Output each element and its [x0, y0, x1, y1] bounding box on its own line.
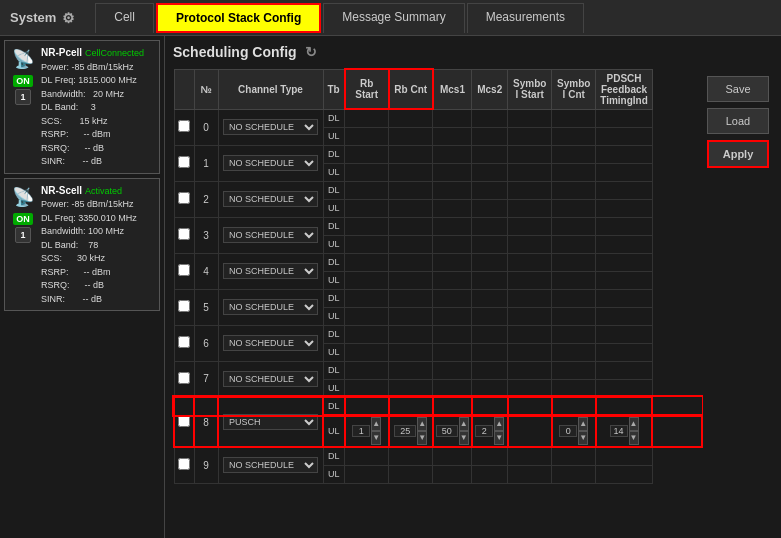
channel-type-9[interactable]: NO SCHEDULE PUSCH PDSCH: [218, 447, 323, 483]
row-num-7: 7: [194, 361, 218, 397]
sym-start-up-8[interactable]: ▲: [578, 417, 588, 431]
tab-cell[interactable]: Cell: [95, 3, 154, 33]
channel-type-select-1[interactable]: NO SCHEDULE PUSCH PDSCH: [223, 155, 318, 171]
mcs2-dl-7: [472, 361, 508, 379]
rb-start-ul-0: [345, 127, 389, 145]
row-checkbox-5[interactable]: [174, 289, 194, 325]
mcs1-val-ul-8[interactable]: ▲ ▼: [472, 415, 508, 447]
channel-type-select-8[interactable]: NO SCHEDULE PUSCH PDSCH: [223, 414, 318, 430]
rb-start-input-8[interactable]: [394, 425, 416, 437]
row-checkbox-6[interactable]: [174, 325, 194, 361]
rb-start-val-ul-8[interactable]: ▲ ▼: [389, 415, 433, 447]
channel-type-8[interactable]: NO SCHEDULE PUSCH PDSCH: [218, 397, 323, 447]
rb-cnt-up-8[interactable]: ▲: [459, 417, 469, 431]
channel-type-1[interactable]: NO SCHEDULE PUSCH PDSCH: [218, 145, 323, 181]
mcs1-down-8[interactable]: ▼: [494, 431, 504, 445]
content-area: Scheduling Config ↻ № Channel Type Tb Rb…: [165, 36, 781, 538]
tb-ul-input-8[interactable]: [352, 425, 370, 437]
rb-start-down-8[interactable]: ▼: [417, 431, 427, 445]
tb-ul-4: UL: [323, 271, 345, 289]
sym-start-dl-3: [508, 217, 552, 235]
tb-ul-3: UL: [323, 235, 345, 253]
sym-start-val-ul-8[interactable]: ▲ ▼: [552, 415, 596, 447]
row-checkbox-9[interactable]: [174, 447, 194, 483]
load-button[interactable]: Load: [707, 108, 769, 134]
sym-cnt-dl-5: [552, 289, 596, 307]
mcs1-input-8[interactable]: [475, 425, 493, 437]
channel-type-select-4[interactable]: NO SCHEDULE PUSCH PDSCH: [223, 263, 318, 279]
row-checkbox-2[interactable]: [174, 181, 194, 217]
row-checkbox-1[interactable]: [174, 145, 194, 181]
mcs2-dl-4: [472, 253, 508, 271]
scell-rsrp: RSRP: -- dBm: [41, 266, 155, 280]
channel-type-0[interactable]: NO SCHEDULE PUSCH PDSCH: [218, 109, 323, 145]
pdsch-ul-9: [596, 465, 653, 483]
rb-start-dl-4: [345, 253, 389, 271]
num-badge-scell: 1: [15, 227, 31, 243]
rb-cnt-val-ul-8[interactable]: ▲ ▼: [433, 415, 472, 447]
channel-type-4[interactable]: NO SCHEDULE PUSCH PDSCH: [218, 253, 323, 289]
apply-button[interactable]: Apply: [707, 140, 769, 168]
rb-start-up-8[interactable]: ▲: [417, 417, 427, 431]
row-checkbox-8[interactable]: [174, 397, 194, 447]
rb-cnt-input-8[interactable]: [436, 425, 458, 437]
mcs1-up-8[interactable]: ▲: [494, 417, 504, 431]
channel-type-select-2[interactable]: NO SCHEDULE PUSCH PDSCH: [223, 191, 318, 207]
scell-dlband: DL Band: 78: [41, 239, 155, 253]
tab-measurements[interactable]: Measurements: [467, 3, 584, 33]
tb-ul-0: UL: [323, 127, 345, 145]
channel-type-select-6[interactable]: NO SCHEDULE PUSCH PDSCH: [223, 335, 318, 351]
tb-down-8[interactable]: ▼: [371, 431, 381, 445]
rb-cnt-ul-3: [389, 235, 433, 253]
sym-cnt-val-ul-8[interactable]: ▲ ▼: [596, 415, 653, 447]
tab-bar: Cell Protocol Stack Config Message Summa…: [95, 3, 584, 33]
rb-cnt-dl-0: [389, 109, 433, 127]
sym-start-down-8[interactable]: ▼: [578, 431, 588, 445]
tab-protocol[interactable]: Protocol Stack Config: [156, 3, 321, 33]
refresh-icon[interactable]: ↻: [305, 44, 317, 60]
sym-start-dl-7: [508, 361, 552, 379]
channel-type-5[interactable]: NO SCHEDULE PUSCH PDSCH: [218, 289, 323, 325]
tb-ul-1: UL: [323, 163, 345, 181]
channel-type-7[interactable]: NO SCHEDULE PUSCH PDSCH: [218, 361, 323, 397]
mcs2-ul-7: [472, 379, 508, 397]
channel-type-select-9[interactable]: NO SCHEDULE PUSCH PDSCH: [223, 457, 318, 473]
mcs1-dl-0: [433, 109, 472, 127]
channel-type-select-3[interactable]: NO SCHEDULE PUSCH PDSCH: [223, 227, 318, 243]
sym-start-dl-4: [508, 253, 552, 271]
row-checkbox-7[interactable]: [174, 361, 194, 397]
channel-type-2[interactable]: NO SCHEDULE PUSCH PDSCH: [218, 181, 323, 217]
pcell-rsrq: RSRQ: -- dB: [41, 142, 155, 156]
sym-start-input-8[interactable]: [559, 425, 577, 437]
tab-message[interactable]: Message Summary: [323, 3, 464, 33]
tb-up-8[interactable]: ▲: [371, 417, 381, 431]
channel-type-select-5[interactable]: NO SCHEDULE PUSCH PDSCH: [223, 299, 318, 315]
rb-cnt-down-8[interactable]: ▼: [459, 431, 469, 445]
tb-ul-5: UL: [323, 307, 345, 325]
channel-type-select-0[interactable]: NO SCHEDULE PUSCH PDSCH: [223, 119, 318, 135]
row-checkbox-3[interactable]: [174, 217, 194, 253]
num-badge-pcell: 1: [15, 89, 31, 105]
sym-cnt-down-8[interactable]: ▼: [629, 431, 639, 445]
channel-type-3[interactable]: NO SCHEDULE PUSCH PDSCH: [218, 217, 323, 253]
channel-type-select-7[interactable]: NO SCHEDULE PUSCH PDSCH: [223, 371, 318, 387]
rb-cnt-dl-4: [389, 253, 433, 271]
mcs1-ul-9: [433, 465, 472, 483]
row-checkbox-0[interactable]: [174, 109, 194, 145]
sym-start-dl-0: [508, 109, 552, 127]
th-rb-start: RbStart: [345, 69, 389, 109]
sym-cnt-ul-7: [552, 379, 596, 397]
rb-cnt-ul-7: [389, 379, 433, 397]
channel-type-6[interactable]: NO SCHEDULE PUSCH PDSCH: [218, 325, 323, 361]
sym-start-ul-9: [508, 465, 552, 483]
th-pdsch: PDSCH Feedback TimingInd: [596, 69, 653, 109]
save-button[interactable]: Save: [707, 76, 769, 102]
sym-cnt-input-8[interactable]: [610, 425, 628, 437]
sym-cnt-dl-4: [552, 253, 596, 271]
row-checkbox-4[interactable]: [174, 253, 194, 289]
sym-cnt-up-8[interactable]: ▲: [629, 417, 639, 431]
rb-start-dl-2: [345, 181, 389, 199]
rb-start-ul-9: [345, 465, 389, 483]
row-num-2: 2: [194, 181, 218, 217]
rb-start-ul-8[interactable]: ▲ ▼: [345, 415, 389, 447]
